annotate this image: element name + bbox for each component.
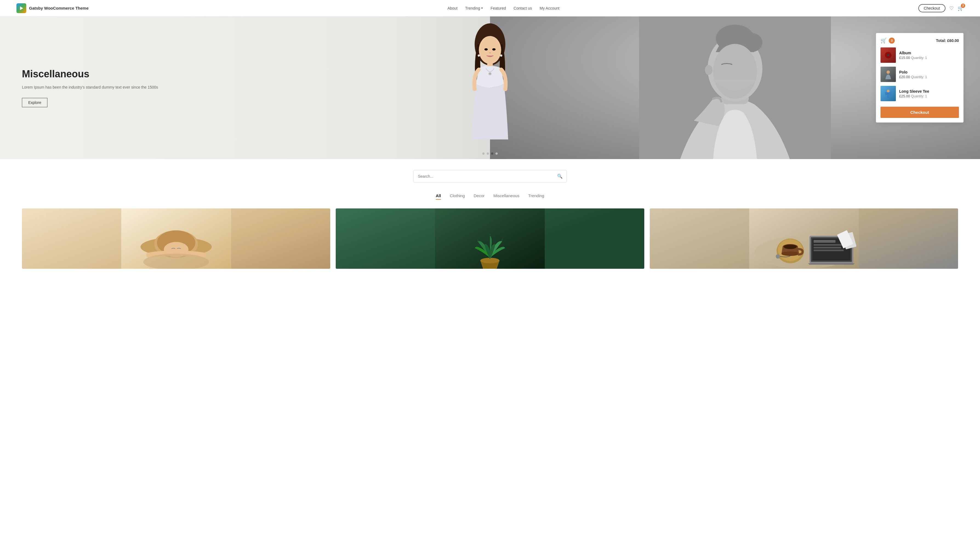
hero-explore-button[interactable]: Explore bbox=[22, 98, 47, 107]
nav-link-trending[interactable]: Trending bbox=[465, 6, 483, 10]
brand-name: Gatsby WooCommerce Theme bbox=[29, 6, 88, 10]
svg-point-6 bbox=[500, 55, 502, 57]
svg-point-4 bbox=[492, 48, 495, 50]
cart-item-tee-name: Long Sleeve Tee bbox=[899, 89, 959, 93]
filter-tabs: All Clothing Decor Miscellaneous Trendin… bbox=[0, 193, 980, 200]
cart-badge: 3 bbox=[961, 3, 965, 8]
svg-point-37 bbox=[781, 252, 799, 256]
svg-rect-46 bbox=[813, 250, 844, 251]
svg-point-19 bbox=[888, 55, 889, 56]
cart-item-tee-price: £25.00 Quantity: 1 bbox=[899, 94, 959, 98]
hero-section: Miscellaneous Lorem Ipsum has been the i… bbox=[0, 17, 980, 159]
filter-tab-clothing[interactable]: Clothing bbox=[450, 193, 465, 200]
product-card-3[interactable] bbox=[650, 208, 958, 269]
cart-item-album-info: Album £15.00 Quantity: 1 bbox=[899, 51, 959, 60]
album-icon bbox=[884, 51, 892, 59]
svg-point-16 bbox=[705, 65, 713, 75]
search-bar: 🔍 bbox=[413, 170, 567, 182]
hero-description: Lorem Ipsum has been the industry's stan… bbox=[22, 84, 468, 90]
cart-item-album: Album £15.00 Quantity: 1 bbox=[880, 47, 959, 63]
product-image-1 bbox=[22, 208, 330, 269]
wishlist-button[interactable]: ♡ bbox=[949, 5, 954, 11]
cart-item-album-image bbox=[880, 47, 896, 63]
svg-marker-0 bbox=[20, 6, 23, 10]
cart-item-polo-image bbox=[880, 67, 896, 82]
product-svg-3 bbox=[650, 208, 958, 269]
nav-item-featured[interactable]: Featured bbox=[490, 6, 506, 11]
heart-icon: ♡ bbox=[949, 5, 954, 11]
filter-tab-miscellaneous[interactable]: Miscellaneous bbox=[493, 193, 519, 200]
products-grid bbox=[22, 208, 958, 269]
cart-item-polo: Polo £20.00 Quantity: 1 bbox=[880, 67, 959, 82]
product-svg-1 bbox=[22, 208, 330, 269]
checkout-button[interactable]: Checkout bbox=[919, 4, 945, 12]
hero-carousel-dots bbox=[482, 152, 498, 155]
nav-item-myaccount[interactable]: My Account bbox=[540, 6, 559, 11]
cart-item-polo-price: £20.00 Quantity: 1 bbox=[899, 75, 959, 79]
cart-icon-group: 🛒 3 bbox=[880, 38, 895, 43]
svg-point-3 bbox=[485, 48, 488, 50]
svg-point-39 bbox=[776, 254, 780, 258]
cart-item-tee-price-value: £25.00 bbox=[899, 94, 910, 98]
cart-item-tee-info: Long Sleeve Tee £25.00 Quantity: 1 bbox=[899, 89, 959, 98]
cart-item-album-qty: Quantity: 1 bbox=[911, 56, 927, 60]
svg-rect-43 bbox=[813, 240, 835, 243]
search-section: 🔍 bbox=[0, 159, 980, 193]
brand-logo-icon bbox=[17, 3, 26, 13]
brand-logo-link[interactable]: Gatsby WooCommerce Theme bbox=[17, 3, 88, 13]
cart-total-value: £60.00 bbox=[947, 38, 959, 43]
cart-item-polo-price-value: £20.00 bbox=[899, 75, 910, 79]
cart-item-tee-image bbox=[880, 86, 896, 101]
svg-rect-45 bbox=[813, 247, 841, 248]
tee-icon bbox=[883, 88, 893, 98]
hero-content: Miscellaneous Lorem Ipsum has been the i… bbox=[0, 52, 490, 124]
filter-tab-trending[interactable]: Trending bbox=[528, 193, 544, 200]
carousel-dot-2[interactable] bbox=[487, 152, 489, 155]
nav-item-about[interactable]: About bbox=[447, 6, 458, 11]
nav-item-trending[interactable]: Trending bbox=[465, 6, 483, 10]
cart-checkout-button[interactable]: Checkout bbox=[880, 107, 959, 118]
cart-dropdown-icon: 🛒 bbox=[880, 38, 887, 43]
svg-point-21 bbox=[887, 90, 890, 92]
nav-link-featured[interactable]: Featured bbox=[490, 6, 506, 10]
cart-header: 🛒 3 Total: £60.00 bbox=[880, 38, 959, 43]
search-input[interactable] bbox=[414, 171, 553, 182]
search-button[interactable]: 🔍 bbox=[553, 170, 566, 182]
cart-item-polo-name: Polo bbox=[899, 70, 959, 74]
nav-links: About Trending Featured Contact us My Ac… bbox=[447, 6, 560, 11]
cart-item-album-name: Album bbox=[899, 51, 959, 55]
cart-total: Total: £60.00 bbox=[936, 38, 959, 43]
products-section bbox=[0, 208, 980, 280]
nav-link-about[interactable]: About bbox=[447, 6, 458, 10]
cart-item-longsleeve: Long Sleeve Tee £25.00 Quantity: 1 bbox=[880, 86, 959, 101]
product-svg-2 bbox=[336, 208, 644, 269]
filter-tab-all[interactable]: All bbox=[436, 193, 441, 200]
svg-point-20 bbox=[887, 70, 890, 74]
product-card-2[interactable] bbox=[336, 208, 644, 269]
nav-link-myaccount[interactable]: My Account bbox=[540, 6, 559, 10]
cart-item-album-price-value: £15.00 bbox=[899, 56, 910, 60]
nav-item-contact[interactable]: Contact us bbox=[513, 6, 532, 11]
navbar-actions: Checkout ♡ 🛒 3 bbox=[919, 4, 963, 12]
polo-icon bbox=[883, 69, 893, 79]
cart-item-polo-qty: Quantity: 1 bbox=[911, 75, 927, 79]
cart-dropdown: 🛒 3 Total: £60.00 Album £15.00 bbox=[876, 33, 963, 123]
carousel-dot-1[interactable] bbox=[482, 152, 485, 155]
cart-count-badge: 3 bbox=[889, 38, 895, 43]
product-image-3 bbox=[650, 208, 958, 269]
nav-link-contact[interactable]: Contact us bbox=[513, 6, 532, 10]
filter-tab-decor[interactable]: Decor bbox=[473, 193, 485, 200]
navbar: Gatsby WooCommerce Theme About Trending … bbox=[0, 0, 980, 17]
product-card-1[interactable] bbox=[22, 208, 330, 269]
cart-item-tee-qty: Quantity: 1 bbox=[911, 94, 927, 98]
cart-button[interactable]: 🛒 3 bbox=[958, 5, 963, 11]
cart-item-polo-info: Polo £20.00 Quantity: 1 bbox=[899, 70, 959, 79]
search-icon: 🔍 bbox=[557, 174, 563, 178]
product-image-2 bbox=[336, 208, 644, 269]
carousel-dot-3[interactable] bbox=[491, 152, 493, 155]
cart-item-album-price: £15.00 Quantity: 1 bbox=[899, 56, 959, 60]
carousel-dot-4[interactable] bbox=[495, 152, 498, 155]
hero-title: Miscellaneous bbox=[22, 68, 468, 80]
svg-point-38 bbox=[784, 245, 797, 249]
cart-total-label: Total: bbox=[936, 38, 946, 43]
